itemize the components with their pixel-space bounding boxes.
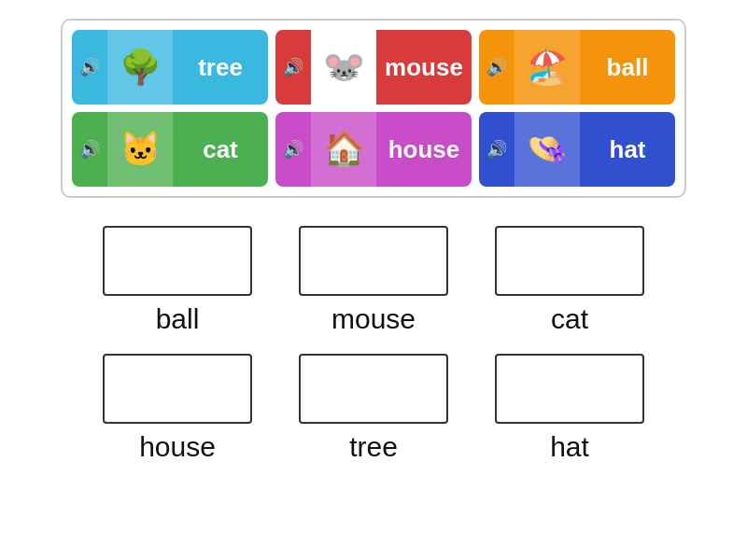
match-label-ball: ball	[156, 303, 200, 335]
match-label-tree: tree	[349, 431, 398, 463]
card-label-tree: tree	[173, 53, 268, 82]
drop-box-house[interactable]	[103, 354, 252, 424]
match-item-cat: cat	[495, 226, 644, 335]
drop-box-tree[interactable]	[299, 354, 448, 424]
card-label-house: house	[376, 135, 472, 164]
card-image-house: 🏠	[311, 112, 376, 187]
match-label-cat: cat	[551, 303, 588, 335]
match-item-tree: tree	[299, 354, 448, 463]
match-row-2: housetreehat	[103, 354, 644, 463]
speaker-icon-mouse: 🔊	[275, 57, 311, 77]
drop-box-cat[interactable]	[495, 226, 644, 296]
card-house[interactable]: 🔊🏠house	[275, 112, 472, 187]
match-item-ball: ball	[103, 226, 252, 335]
speaker-icon-house: 🔊	[275, 139, 311, 160]
drop-box-mouse[interactable]	[299, 226, 448, 296]
card-ball[interactable]: 🔊🏖️ball	[479, 30, 675, 105]
card-label-cat: cat	[173, 135, 268, 164]
speaker-icon-hat: 🔊	[479, 139, 514, 160]
card-label-mouse: mouse	[376, 53, 472, 82]
card-mouse[interactable]: 🔊🐭mouse	[275, 30, 472, 105]
card-label-ball: ball	[580, 53, 675, 82]
card-image-mouse: 🐭	[311, 30, 376, 105]
match-label-mouse: mouse	[331, 303, 416, 335]
drop-box-hat[interactable]	[495, 354, 644, 424]
speaker-icon-ball: 🔊	[479, 57, 514, 77]
card-image-tree: 🌳	[107, 30, 173, 105]
drop-box-ball[interactable]	[103, 226, 252, 296]
card-cat[interactable]: 🔊🐱cat	[72, 112, 268, 187]
match-item-mouse: mouse	[299, 226, 448, 335]
match-row-1: ballmousecat	[103, 226, 644, 335]
match-section: ballmousecat housetreehat	[19, 226, 728, 463]
card-tree[interactable]: 🔊🌳tree	[72, 30, 268, 105]
speaker-icon-tree: 🔊	[72, 57, 107, 77]
card-hat[interactable]: 🔊👒hat	[479, 112, 675, 187]
card-image-cat: 🐱	[107, 112, 173, 187]
speaker-icon-cat: 🔊	[72, 139, 107, 160]
match-item-hat: hat	[495, 354, 644, 463]
match-label-house: house	[139, 431, 216, 463]
card-image-hat: 👒	[514, 112, 580, 187]
match-label-hat: hat	[550, 431, 589, 463]
card-label-hat: hat	[580, 135, 675, 164]
card-image-ball: 🏖️	[514, 30, 580, 105]
match-item-house: house	[103, 354, 252, 463]
card-grid: 🔊🌳tree🔊🐭mouse🔊🏖️ball🔊🐱cat🔊🏠house🔊👒hat	[61, 19, 686, 198]
